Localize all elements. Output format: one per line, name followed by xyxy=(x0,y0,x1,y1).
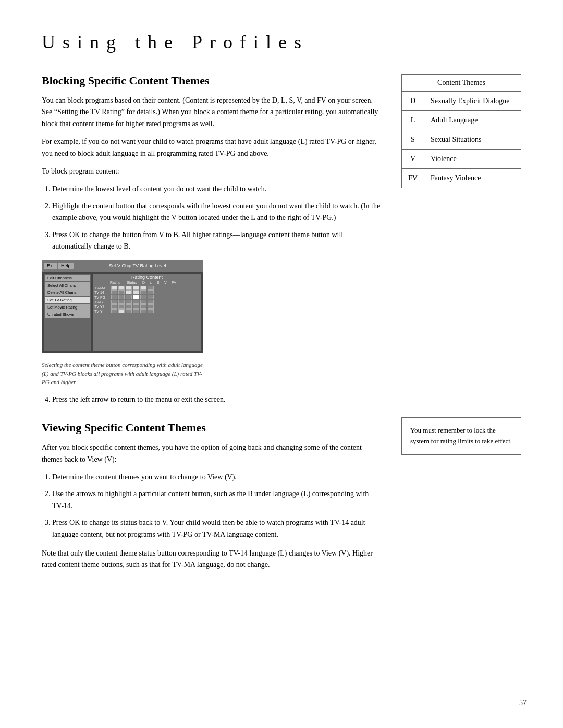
screen-image: Exit Help Set V-Chip TV Rating Level Edi… xyxy=(42,260,203,353)
description-s: Sexual Situations xyxy=(424,130,521,150)
section2-steps: Determine the content themes you want to… xyxy=(52,472,381,540)
screen-left-item: Edit Channels xyxy=(45,275,90,281)
screen-row: TV-G xyxy=(94,300,200,304)
code-v: V xyxy=(402,150,424,169)
section1-para3: To block program content: xyxy=(42,166,381,177)
description-d: Sexually Explicit Dialogue xyxy=(424,92,521,111)
list-item: Use the arrows to highlight a particular… xyxy=(52,488,381,512)
page-title: Using the Profiles xyxy=(42,31,527,53)
screen-caption: Selecting the content theme button corre… xyxy=(42,361,203,387)
list-item: Press the left arrow to return to the me… xyxy=(52,394,381,405)
screen-left-item: Unrated Shows xyxy=(45,311,90,318)
section1-para2: For example, if you do not want your chi… xyxy=(42,136,381,159)
screen-menu-exit: Exit xyxy=(44,263,57,269)
sidebar: Content Themes D Sexually Explicit Dialo… xyxy=(401,74,527,455)
table-row: FV Fantasy Violence xyxy=(402,169,521,188)
page-number: 57 xyxy=(519,699,527,707)
screen-left-item: Set Movie Rating xyxy=(45,304,90,311)
table-row: L Adult Language xyxy=(402,111,521,130)
section1-heading: Blocking Specific Content Themes xyxy=(42,74,381,88)
section1-step4: Press the left arrow to return to the me… xyxy=(52,394,381,405)
content-themes-table: Content Themes D Sexually Explicit Dialo… xyxy=(401,74,521,188)
screen-row: TV-MA xyxy=(94,286,200,290)
table-row: D Sexually Explicit Dialogue xyxy=(402,92,521,111)
screen-row: TV-Y7 xyxy=(94,304,200,309)
list-item: Determine the content themes you want to… xyxy=(52,472,381,483)
section1-steps: Determine the lowest level of content yo… xyxy=(52,183,381,252)
list-item: Highlight the content button that corres… xyxy=(52,201,381,224)
list-item: Press OK to change its status back to V.… xyxy=(52,517,381,540)
list-item: Press OK to change the button from V to … xyxy=(52,229,381,253)
table-header: Content Themes xyxy=(402,75,521,92)
code-l: L xyxy=(402,111,424,130)
description-v: Violence xyxy=(424,150,521,169)
list-item: Determine the lowest level of content yo… xyxy=(52,183,381,195)
section2-para2: Note that only the content theme status … xyxy=(42,548,381,571)
screen-row: TV-Y xyxy=(94,309,200,313)
section2-para1: After you block specific content themes,… xyxy=(42,442,381,465)
section2-heading: Viewing Specific Content Themes xyxy=(42,421,381,435)
screen-left-item-active: Set TV Rating xyxy=(45,297,90,303)
screen-row: TV-PG xyxy=(94,295,200,299)
code-fv: FV xyxy=(402,169,424,188)
main-content: Blocking Specific Content Themes You can… xyxy=(42,74,381,577)
note-box: You must remember to lock the system for… xyxy=(401,417,521,455)
screen-row: TV-14 xyxy=(94,290,200,294)
code-d: D xyxy=(402,92,424,111)
table-row: V Violence xyxy=(402,150,521,169)
description-l: Adult Language xyxy=(424,111,521,130)
table-row: S Sexual Situations xyxy=(402,130,521,150)
screen-left-item: Select All Chans xyxy=(45,282,90,289)
screen-menu-help: Help xyxy=(58,263,74,269)
screen-left-item: Delete All Chans xyxy=(45,289,90,296)
description-fv: Fantasy Violence xyxy=(424,169,521,188)
section1-para1: You can block programs based on their co… xyxy=(42,95,381,130)
code-s: S xyxy=(402,130,424,150)
